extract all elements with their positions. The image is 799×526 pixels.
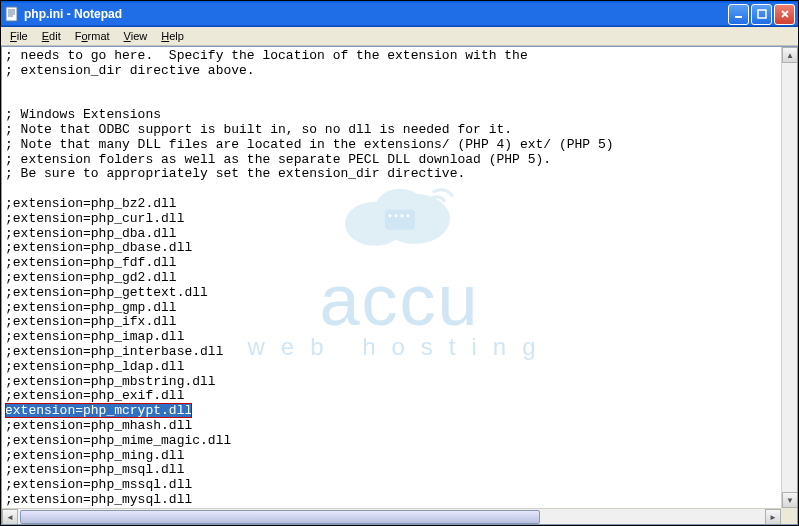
- minimize-button[interactable]: [728, 4, 749, 25]
- menu-file[interactable]: File: [3, 28, 35, 44]
- scroll-corner: [781, 508, 797, 524]
- notepad-window: php.ini - Notepad File Edit Format View …: [0, 0, 799, 526]
- close-button[interactable]: [774, 4, 795, 25]
- menu-view[interactable]: View: [117, 28, 155, 44]
- text-area[interactable]: accu web hosting ; needs to go here. Spe…: [1, 46, 798, 525]
- scrollbar-horizontal[interactable]: ◄ ►: [2, 508, 781, 524]
- maximize-button[interactable]: [751, 4, 772, 25]
- titlebar[interactable]: php.ini - Notepad: [1, 1, 798, 27]
- notepad-icon: [4, 6, 20, 22]
- svg-rect-6: [758, 10, 766, 18]
- window-controls: [728, 4, 795, 25]
- scroll-down-button[interactable]: ▼: [782, 492, 798, 508]
- scroll-left-button[interactable]: ◄: [2, 509, 18, 525]
- window-title: php.ini - Notepad: [24, 7, 728, 21]
- menu-edit[interactable]: Edit: [35, 28, 68, 44]
- scroll-right-button[interactable]: ►: [765, 509, 781, 525]
- svg-rect-5: [735, 16, 742, 18]
- editor-text[interactable]: ; needs to go here. Specify the location…: [2, 47, 797, 525]
- scroll-thumb-horizontal[interactable]: [20, 510, 540, 524]
- scroll-up-button[interactable]: ▲: [782, 47, 798, 63]
- menu-help[interactable]: Help: [154, 28, 191, 44]
- scrollbar-vertical[interactable]: ▲ ▼: [781, 47, 797, 508]
- menu-format[interactable]: Format: [68, 28, 117, 44]
- menubar: File Edit Format View Help: [1, 27, 798, 46]
- selected-line[interactable]: extension=php_mcrypt.dll: [5, 403, 192, 418]
